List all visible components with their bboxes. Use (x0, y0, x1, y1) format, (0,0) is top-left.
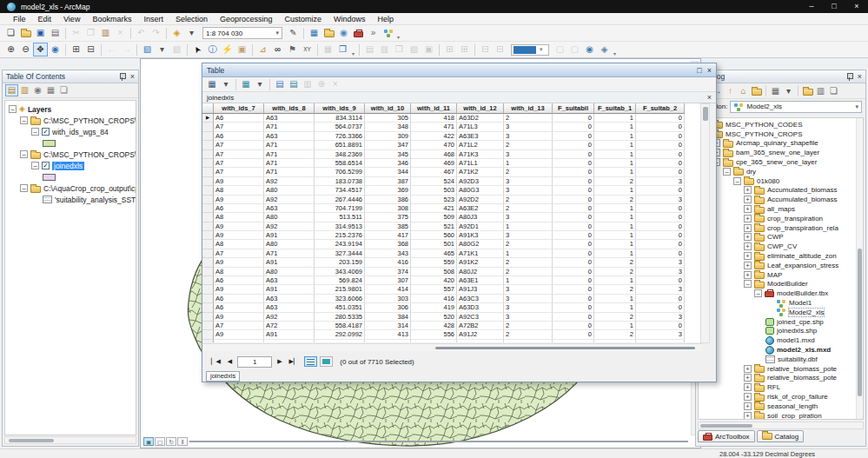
table-row[interactable]: A9A91203.159416559A91K22023 (202, 258, 702, 267)
search-window-button[interactable]: ◉ (336, 26, 351, 40)
menu-selection[interactable]: Selection (169, 15, 214, 23)
toc-tree-row[interactable]: –C:\MSC_PYTHON_CROPS\cpe_365 (5, 149, 136, 160)
tree-item-label[interactable]: CWP (767, 233, 784, 241)
fixed-zoom-out-button[interactable]: ⊟ (83, 43, 98, 56)
add-data-button[interactable]: ◈ (169, 26, 184, 40)
catalog-tree-row[interactable]: +relative_biomass_pote (699, 374, 863, 383)
connect-to-folder-button[interactable] (750, 85, 763, 97)
tree-item-label[interactable]: seasonal_length (767, 402, 818, 410)
close-icon[interactable]: × (707, 66, 712, 75)
home-folder-button[interactable]: ⌂ (737, 85, 750, 97)
new-document-button[interactable]: ❏ (3, 26, 18, 40)
layer-symbol-swatch[interactable] (43, 174, 56, 181)
add-data-dropdown-button[interactable]: ▾ (184, 26, 199, 40)
table-row[interactable]: A7A71706.5299344467A71K22010 (202, 168, 702, 176)
catalog-tree-row[interactable]: +soil_crop_piration (699, 411, 863, 420)
attribute-grid[interactable]: with_ids_7with_ids_8with_ids_9with_id_10… (202, 103, 702, 342)
column-header-with_ids_7[interactable]: with_ids_7 (214, 103, 264, 114)
toc-tree-row[interactable]: –✓joinedxls (5, 160, 136, 171)
table-row[interactable]: A7A72558.4187314428A72B22010 (202, 322, 702, 330)
catalog-window-button[interactable] (321, 26, 336, 40)
pin-icon[interactable] (845, 72, 853, 82)
table-row[interactable]: A9A92183.0738387524A92D33023 (202, 177, 702, 186)
catalog-tree-row[interactable]: +Accumulated_biomass (699, 195, 863, 204)
catalog-horizontal-scrollbar[interactable] (698, 421, 864, 429)
tree-item-label[interactable]: Arcmap_quinary_shapefile (736, 139, 818, 147)
tree-item-label[interactable]: C:\AquaCrop_crop_output\cpe_36 (43, 184, 136, 193)
catalog-tree-row[interactable]: –ModelBuilder (699, 280, 863, 289)
menu-help[interactable]: Help (372, 15, 401, 23)
close-icon[interactable]: × (858, 73, 862, 81)
tree-item-label[interactable]: relative_biomass_pote (767, 374, 837, 382)
tree-item-label[interactable]: 'suitability_analysis_SST - Copy (55, 196, 136, 204)
table-row[interactable]: A9A92280.5335384520A92C33023 (202, 313, 702, 322)
column-header-with_id_10[interactable]: with_id_10 (365, 103, 411, 114)
zoom-in-button[interactable]: ⊕ (3, 43, 18, 56)
table-row[interactable]: A6A63704.7199308421A63E22010 (202, 204, 702, 213)
print-button[interactable]: ▤ (48, 26, 63, 40)
map-scale-combo[interactable]: 1:8 704 030▾ (202, 27, 282, 39)
catalog-tree-row[interactable]: +MAP (699, 270, 863, 280)
expand-icon[interactable]: + (744, 205, 752, 213)
catalog-tree-row[interactable]: +relative_biomass_pote (699, 364, 863, 374)
tree-item-label[interactable]: Leaf_expansion_stress (767, 262, 838, 269)
tree-item-label[interactable]: RFL (767, 383, 780, 391)
table-row[interactable]: A6A63726.3366309422A63E33010 (202, 132, 702, 141)
catalog-tree-row[interactable]: +bam_365_snew_one_layer (699, 148, 863, 157)
close-icon[interactable]: × (130, 73, 135, 81)
tree-item-label[interactable]: joinedxls (52, 162, 84, 170)
table-of-contents-window-button[interactable]: ▦ (307, 26, 321, 40)
layout-view-button[interactable]: ▢ (155, 437, 165, 446)
menu-geoprocessing[interactable]: Geoprocessing (214, 15, 279, 23)
toc-tree-row[interactable]: –◈Layers (5, 103, 136, 115)
table-tab-label[interactable]: joinedxls (207, 94, 234, 102)
record-number-input[interactable]: 1 (237, 356, 272, 368)
expand-icon[interactable]: + (744, 233, 752, 241)
tree-item-label[interactable]: joined_cpe.shp (777, 318, 824, 326)
pause-drawing-button[interactable]: ‖ (177, 437, 188, 446)
catalog-tree-row[interactable]: Model1 (699, 298, 863, 308)
table-row[interactable]: A7A71348.2369345468A71K33010 (202, 150, 702, 159)
paste-button[interactable]: ▥ (98, 26, 113, 40)
table-options-dropdown-button[interactable]: ▾ (219, 78, 233, 91)
catalog-tree-row[interactable]: +CWP_CV (699, 242, 863, 251)
toolbar-overflow[interactable]: ▾ (395, 26, 401, 40)
collapse-icon[interactable]: – (31, 162, 39, 169)
save-document-button[interactable]: ▣ (33, 26, 48, 40)
tree-item-label[interactable]: MAP (767, 271, 782, 279)
tree-item-label[interactable]: Model1 (789, 299, 812, 307)
catalog-tree-row[interactable]: +Arcmap_quinary_shapefile (699, 139, 863, 149)
map-horizontal-scrollbar[interactable] (189, 439, 688, 445)
table-row[interactable]: A9A92314.9513385521A92D11010 (202, 222, 702, 231)
tree-item-label[interactable]: model2_xls.mxd (777, 346, 831, 354)
go-to-xy-button[interactable]: XY (300, 43, 315, 56)
table-row[interactable]: A7A71558.6514346469A71L11010 (202, 159, 702, 168)
toggle-contents-panel-button[interactable]: ▥ (814, 85, 827, 97)
collapse-icon[interactable]: – (723, 168, 731, 176)
catalog-tree-row[interactable]: +risk_of_crop_failure (699, 392, 863, 402)
toc-tree-row[interactable]: –C:\AquaCrop_crop_output\cpe_36 (5, 183, 136, 194)
catalog-tree-row[interactable]: –modelBuilder.tbx (699, 289, 863, 298)
find-route-button[interactable]: ⚑ (285, 43, 300, 56)
close-tab-icon[interactable]: × (707, 94, 712, 102)
switch-selection-button[interactable]: ▤ (287, 78, 301, 91)
measure-button[interactable]: ⊿ (255, 43, 270, 56)
catalog-tree-row[interactable]: +Accumulated_biomass (699, 186, 863, 196)
toc-tree-row[interactable]: 'suitability_analysis_SST - Copy (5, 194, 136, 205)
expand-icon[interactable]: + (744, 271, 752, 279)
new-item-button[interactable] (801, 85, 814, 97)
related-tables-button[interactable]: ▦ (239, 78, 253, 91)
find-button[interactable]: ∞ (270, 43, 285, 56)
expand-icon[interactable]: + (744, 412, 752, 420)
column-header-F_suitabil[interactable]: F_suitabil (553, 103, 594, 114)
table-bottom-tab[interactable]: joinedxls (206, 371, 240, 382)
toc-horizontal-scrollbar[interactable] (4, 436, 136, 444)
catalog-tree-row[interactable]: –MSC_PYTHON_CROPS (699, 129, 863, 139)
table-row[interactable]: A8A80513.511375509A80J33010 (202, 213, 702, 222)
column-header-with_ids_9[interactable]: with_ids_9 (315, 103, 365, 114)
catalog-tree-row[interactable]: model2_xls.mxd (699, 345, 863, 355)
tree-item-label[interactable]: bam_365_snew_one_layer (736, 149, 819, 156)
column-header-with_ids_8[interactable]: with_ids_8 (264, 103, 315, 114)
python-window-button[interactable]: » (366, 26, 381, 40)
collapse-icon[interactable]: – (9, 105, 17, 113)
